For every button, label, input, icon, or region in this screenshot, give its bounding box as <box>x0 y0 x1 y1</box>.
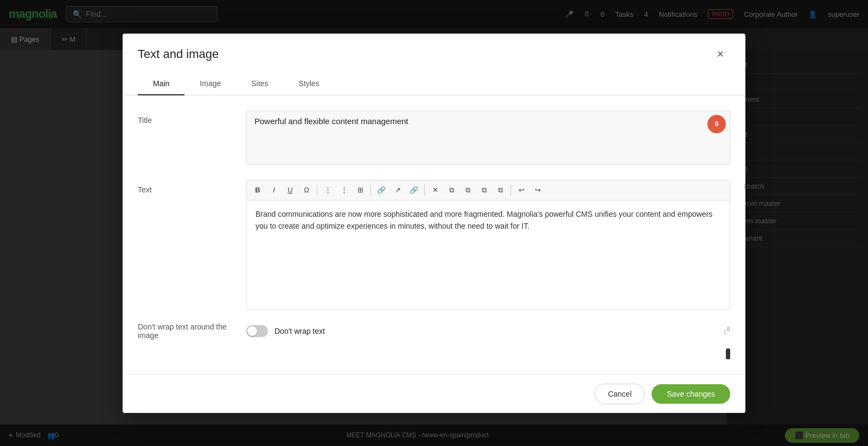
wrap-toggle[interactable] <box>246 325 268 337</box>
scrollbar-area <box>138 348 730 359</box>
text-field-row: Text B I U Ω ⋮ ⋮ ⊞ 🔗 <box>138 180 730 309</box>
table-button[interactable]: ⊞ <box>353 183 368 198</box>
modal-close-button[interactable]: × <box>711 44 730 64</box>
rich-text-editor: B I U Ω ⋮ ⋮ ⊞ 🔗 ↗ 🔗 <box>246 180 730 309</box>
text-and-image-modal: Text and image × Main Image Sites Styles… <box>123 34 745 413</box>
link-button[interactable]: 🔗 <box>374 183 389 198</box>
cancel-button[interactable]: Cancel <box>595 384 646 404</box>
text-field: B I U Ω ⋮ ⋮ ⊞ 🔗 ↗ 🔗 <box>246 180 730 309</box>
italic-button[interactable]: I <box>266 183 282 198</box>
modal-overlay: Text and image × Main Image Sites Styles… <box>0 0 868 446</box>
bold-button[interactable]: B <box>250 183 265 198</box>
paste-button[interactable]: ⧉ <box>460 183 475 198</box>
unlink-button[interactable]: 🔗 <box>406 183 422 198</box>
text-translation-badge: ↕6 <box>743 180 745 190</box>
wrap-text-row: Don't wrap text around the image Don't w… <box>138 322 730 340</box>
tab-image[interactable]: Image <box>184 73 236 95</box>
modal-tabs: Main Image Sites Styles <box>123 73 745 95</box>
wrap-label: Don't wrap text around the image <box>138 322 246 340</box>
paste-word-button[interactable]: ⧉ <box>493 183 508 198</box>
title-input[interactable]: Powerful and flexible content management <box>246 111 730 165</box>
sep-1 <box>317 185 317 196</box>
modal-title: Text and image <box>138 47 219 61</box>
save-changes-button[interactable]: Save changes <box>652 384 730 404</box>
modal-footer: Cancel Save changes <box>123 374 745 413</box>
scrollbar-thumb[interactable] <box>726 348 730 359</box>
editor-content[interactable]: Brand communications are now more sophis… <box>247 201 730 309</box>
title-label: Title <box>138 111 246 125</box>
copy-button[interactable]: ⧉ <box>444 183 459 198</box>
title-field-row: Title Powerful and flexible content mana… <box>138 111 730 167</box>
text-label: Text <box>138 180 246 194</box>
special-char-button[interactable]: Ω <box>299 183 314 198</box>
undo-button[interactable]: ↩ <box>514 183 529 198</box>
paste-plain-button[interactable]: ⧉ <box>476 183 492 198</box>
title-translation-badge: 6 <box>707 115 726 133</box>
cut-button[interactable]: ✕ <box>427 183 443 198</box>
title-field: Powerful and flexible content management… <box>246 111 730 167</box>
ordered-list-button[interactable]: ⋮ <box>320 183 335 198</box>
sep-3 <box>424 185 425 196</box>
tab-sites[interactable]: Sites <box>236 73 283 95</box>
underline-button[interactable]: U <box>283 183 298 198</box>
redo-button[interactable]: ↪ <box>530 183 545 198</box>
toggle-knob <box>247 326 257 336</box>
wrap-translation-indicator: ↕6 <box>723 326 730 335</box>
tab-main[interactable]: Main <box>138 73 184 95</box>
sep-2 <box>371 185 371 196</box>
tab-styles[interactable]: Styles <box>283 73 334 95</box>
unordered-list-button[interactable]: ⋮ <box>336 183 352 198</box>
editor-toolbar: B I U Ω ⋮ ⋮ ⊞ 🔗 ↗ 🔗 <box>247 180 730 201</box>
link-external-button[interactable]: ↗ <box>390 183 405 198</box>
wrap-value: Don't wrap text <box>275 327 325 335</box>
modal-body: Title Powerful and flexible content mana… <box>123 95 745 374</box>
sep-4 <box>510 185 511 196</box>
modal-header: Text and image × <box>123 34 745 64</box>
